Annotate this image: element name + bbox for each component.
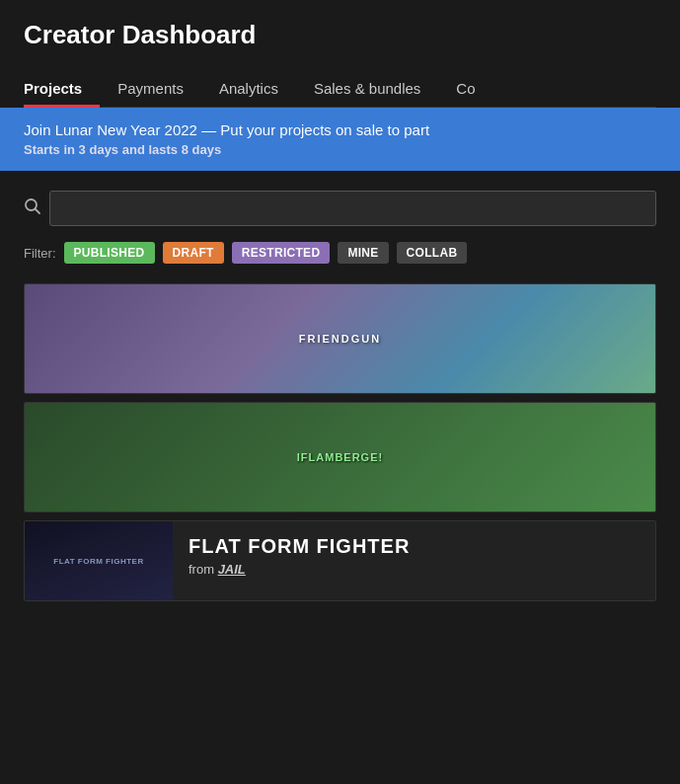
from-prefix: from — [189, 562, 218, 577]
tab-more[interactable]: Co — [438, 70, 492, 107]
project-name: FLAT FORM FIGHTER — [189, 535, 640, 558]
filter-label: Filter: — [24, 246, 56, 261]
nav-tabs: Projects Payments Analytics Sales & bund… — [24, 70, 656, 108]
list-item: FLAT FORM FIGHTER FLAT FORM FIGHTER from… — [24, 520, 656, 601]
project-info: FLAMBERGE Edit Analytics Widget more ⌄ P… — [655, 403, 656, 493]
project-thumbnail-friendgun: FRIENDGUN — [25, 284, 655, 393]
filter-restricted[interactable]: RESTRICTED — [232, 242, 331, 264]
project-info: FLAT FORM FIGHTER from JAIL — [173, 521, 655, 587]
project-thumbnail-flatform: FLAT FORM FIGHTER — [25, 521, 173, 600]
tab-analytics[interactable]: Analytics — [201, 70, 296, 107]
promo-banner: Join Lunar New Year 2022 — Put your proj… — [0, 108, 680, 171]
filter-row: Filter: PUBLISHED DRAFT RESTRICTED MINE … — [24, 242, 656, 264]
list-item: iFLAMBERGE! FLAMBERGE Edit Analytics Wid… — [24, 402, 656, 512]
project-list: FRIENDGUN F R I E N D G U N Edit Analyti… — [24, 283, 656, 601]
svg-line-1 — [36, 208, 40, 213]
header: Creator Dashboard Projects Payments Anal… — [0, 0, 680, 108]
banner-title: Join Lunar New Year 2022 — Put your proj… — [24, 121, 656, 138]
thumb-label: FRIENDGUN — [299, 333, 381, 345]
search-input[interactable] — [49, 191, 656, 226]
from-jail-link[interactable]: JAIL — [218, 562, 246, 577]
filter-mine[interactable]: MINE — [338, 242, 388, 264]
filter-published[interactable]: PUBLISHED — [64, 242, 155, 264]
project-info: F R I E N D G U N Edit Analytics Widget … — [655, 284, 656, 374]
filter-collab[interactable]: COLLAB — [397, 242, 468, 264]
project-from: from JAIL — [189, 562, 640, 577]
main-content: Filter: PUBLISHED DRAFT RESTRICTED MINE … — [0, 171, 680, 621]
filter-draft[interactable]: DRAFT — [163, 242, 224, 264]
tab-payments[interactable]: Payments — [100, 70, 201, 107]
search-bar — [24, 191, 656, 226]
tab-projects[interactable]: Projects — [24, 70, 100, 107]
project-thumbnail-flamberge: iFLAMBERGE! — [25, 403, 655, 511]
banner-subtitle: Starts in 3 days and lasts 8 days — [24, 142, 656, 157]
banner-title-rest: — Put your projects on sale to part — [197, 121, 429, 138]
thumb-label: FLAT FORM FIGHTER — [49, 553, 147, 570]
list-item: FRIENDGUN F R I E N D G U N Edit Analyti… — [24, 283, 656, 394]
page-title: Creator Dashboard — [24, 20, 656, 70]
thumb-label: iFLAMBERGE! — [297, 451, 383, 463]
banner-title-bold: Join Lunar New Year 2022 — [24, 121, 197, 138]
search-icon — [24, 197, 41, 220]
tab-sales-bundles[interactable]: Sales & bundles — [296, 70, 438, 107]
